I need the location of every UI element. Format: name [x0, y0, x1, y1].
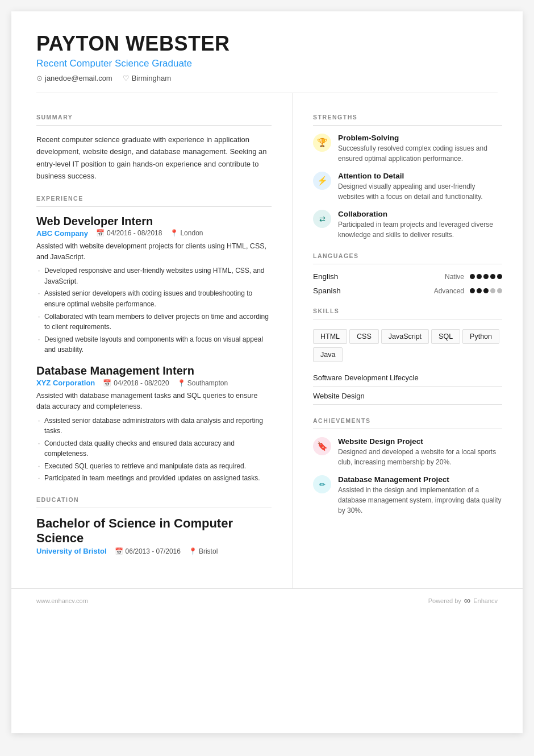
- lang-english-name: English: [313, 272, 338, 281]
- achievement-1-title: Website Design Project: [338, 437, 502, 446]
- skill-python: Python: [462, 329, 499, 344]
- calendar-icon: 📅: [96, 229, 105, 237]
- contact-row: ⊙ janedoe@email.com ♡ Birmingham: [36, 74, 498, 82]
- job-2-meta: XYZ Corporation 📅 04/2018 - 08/2020 📍 So…: [36, 379, 272, 387]
- job-1-date: 📅 04/2016 - 08/2018: [96, 229, 162, 237]
- achievement-2-title: Database Management Project: [338, 475, 502, 484]
- footer-url: www.enhancv.com: [36, 597, 88, 604]
- skill-js: JavaScript: [381, 329, 429, 344]
- brand-name: Enhancv: [473, 597, 498, 604]
- strengths-label: STRENGTHS: [313, 114, 502, 121]
- edu-degree: Bachelor of Science in Computer Science: [36, 516, 272, 546]
- list-item: Executed SQL queries to retrieve and man…: [36, 461, 272, 472]
- experience-section: EXPERIENCE Web Developer Intern ABC Comp…: [36, 195, 272, 484]
- lang-spanish-dots: [470, 288, 502, 293]
- location-value: Birmingham: [132, 74, 171, 82]
- achievements-section: ACHIEVEMENTS 🔖 Website Design Project De…: [313, 417, 502, 516]
- job-1-meta: ABC Company 📅 04/2016 - 08/2018 📍 London: [36, 229, 272, 238]
- lang-english-level: Native: [445, 273, 464, 281]
- edu-date: 📅 06/2013 - 07/2016: [115, 547, 181, 555]
- footer-brand: Powered by ∞ Enhancv: [428, 596, 498, 606]
- skills-divider: [313, 319, 502, 319]
- strength-3: ⇄ Collaboration Participated in team pro…: [313, 210, 502, 240]
- dot: [470, 288, 475, 293]
- resume-body: SUMMARY Recent computer science graduate…: [11, 93, 523, 588]
- job-1: Web Developer Intern ABC Company 📅 04/20…: [36, 215, 272, 355]
- email-contact: ⊙ janedoe@email.com: [36, 74, 112, 82]
- lang-english: English Native: [313, 272, 502, 281]
- job-1-title: Web Developer Intern: [36, 215, 272, 228]
- list-item: Assisted senior developers with coding i…: [36, 288, 272, 309]
- pin-icon: 📍: [170, 229, 178, 237]
- achievements-label: ACHIEVEMENTS: [313, 417, 502, 424]
- lang-spanish: Spanish Advanced: [313, 286, 502, 295]
- languages-label: LANGUAGES: [313, 252, 502, 259]
- location-icon: ♡: [123, 74, 130, 82]
- left-column: SUMMARY Recent computer science graduate…: [11, 93, 293, 588]
- email-value: janedoe@email.com: [45, 74, 112, 82]
- resume-page: PAYTON WEBSTER Recent Computer Science G…: [11, 11, 523, 733]
- strength-3-content: Collaboration Participated in team proje…: [338, 210, 502, 240]
- dot: [497, 274, 502, 279]
- strengths-section: STRENGTHS 🏆 Problem-Solving Successfully…: [313, 114, 502, 240]
- strength-2-icon: ⚡: [313, 172, 331, 190]
- strength-2-desc: Designed visually appealing and user-fri…: [338, 181, 502, 202]
- job-2-desc: Assisted with database management tasks …: [36, 391, 272, 412]
- dot: [490, 274, 495, 279]
- pin-icon-3: 📍: [189, 547, 197, 555]
- strength-1-desc: Successfully resolved complex coding iss…: [338, 143, 502, 164]
- list-item: Designed website layouts and components …: [36, 334, 272, 355]
- achievement-2-desc: Assisted in the design and implementatio…: [338, 485, 502, 516]
- achievements-divider: [313, 429, 502, 429]
- strength-1-title: Problem-Solving: [338, 134, 502, 142]
- candidate-name: PAYTON WEBSTER: [36, 32, 498, 56]
- achievement-1: 🔖 Website Design Project Designed and de…: [313, 437, 502, 467]
- education-section: EDUCATION Bachelor of Science in Compute…: [36, 496, 272, 555]
- job-2-date: 📅 04/2018 - 08/2020: [103, 379, 169, 387]
- lang-spanish-name: Spanish: [313, 286, 341, 295]
- skill-sdlc: Software Development Lifecycle: [313, 369, 502, 387]
- job-1-bullets: Developed responsive and user-friendly w…: [36, 265, 272, 355]
- powered-by-label: Powered by: [428, 597, 461, 604]
- lang-english-right: Native: [445, 273, 502, 281]
- skill-sql: SQL: [431, 329, 460, 344]
- list-item: Participated in team meetings and provid…: [36, 473, 272, 484]
- strength-3-icon: ⇄: [313, 210, 331, 228]
- skill-html: HTML: [313, 329, 347, 344]
- achievement-2-content: Database Management Project Assisted in …: [338, 475, 502, 516]
- strength-3-desc: Participated in team projects and levera…: [338, 219, 502, 240]
- summary-divider: [36, 125, 272, 126]
- calendar-icon-2: 📅: [103, 379, 111, 387]
- strengths-divider: [313, 125, 502, 126]
- strength-1-content: Problem-Solving Successfully resolved co…: [338, 134, 502, 164]
- skills-label: SKILLS: [313, 308, 502, 314]
- edu-meta: University of Bristol 📅 06/2013 - 07/201…: [36, 547, 272, 555]
- achievement-1-icon: 🔖: [313, 437, 331, 455]
- list-item: Developed responsive and user-friendly w…: [36, 265, 272, 286]
- job-2-bullets: Assisted senior database administrators …: [36, 416, 272, 484]
- location-contact: ♡ Birmingham: [123, 74, 171, 82]
- calendar-icon-3: 📅: [115, 547, 123, 555]
- edu-location: 📍 Bristol: [189, 547, 218, 555]
- summary-label: SUMMARY: [36, 114, 272, 121]
- experience-divider: [36, 206, 272, 207]
- job-1-desc: Assisted with website development projec…: [36, 241, 272, 263]
- dot: [477, 274, 482, 279]
- strength-3-title: Collaboration: [338, 210, 502, 218]
- languages-section: LANGUAGES English Native: [313, 252, 502, 295]
- job-2: Database Management Intern XYZ Corporati…: [36, 364, 272, 484]
- achievement-2: ✏ Database Management Project Assisted i…: [313, 475, 502, 516]
- strength-2-title: Attention to Detail: [338, 172, 502, 180]
- lang-spanish-level: Advanced: [434, 287, 464, 295]
- list-item: Assisted senior database administrators …: [36, 416, 272, 437]
- languages-divider: [313, 264, 502, 264]
- pin-icon-2: 📍: [177, 379, 186, 387]
- job-2-company: XYZ Corporation: [36, 379, 95, 387]
- edu-school: University of Bristol: [36, 547, 107, 555]
- achievement-1-content: Website Design Project Designed and deve…: [338, 437, 502, 467]
- strength-1-icon: 🏆: [313, 134, 331, 152]
- experience-label: EXPERIENCE: [36, 195, 272, 202]
- strength-1: 🏆 Problem-Solving Successfully resolved …: [313, 134, 502, 164]
- full-skills: Software Development Lifecycle Website D…: [313, 369, 502, 405]
- dot: [497, 288, 502, 293]
